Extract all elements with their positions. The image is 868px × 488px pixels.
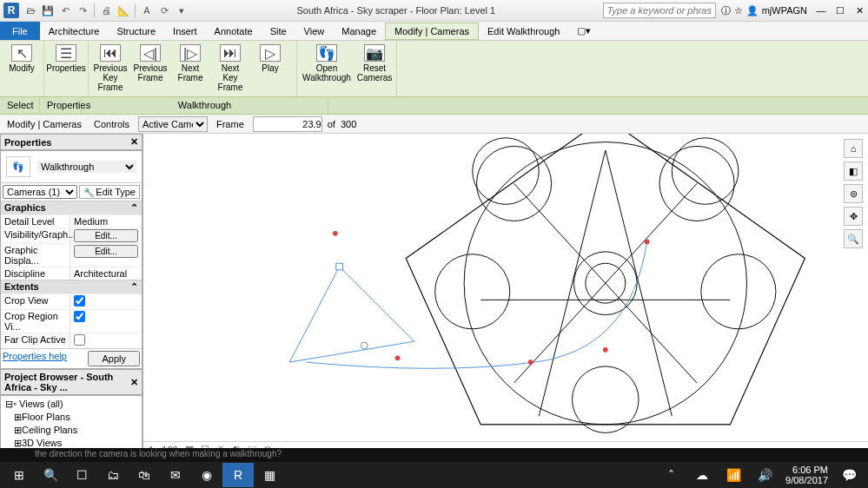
properties-button[interactable]: ☰Properties — [48, 43, 84, 75]
next-keyframe-button[interactable]: ⏭Next Key Frame — [212, 43, 248, 94]
tree-floor-plans[interactable]: ⊞Floor Plans — [3, 411, 140, 424]
tree-views[interactable]: ⊟⸰ Views (all) — [3, 398, 140, 411]
tree-ceiling-plans[interactable]: ⊞Ceiling Plans — [3, 424, 140, 437]
reset-cameras-button[interactable]: 📷Reset Cameras — [356, 43, 393, 84]
prop-discipline[interactable]: DisciplineArchitectural — [1, 267, 142, 280]
tab-site[interactable]: Site — [262, 23, 295, 39]
revit-icon[interactable]: R — [222, 463, 254, 487]
edit-button[interactable]: Edit... — [74, 245, 138, 258]
user-icon[interactable]: 👤 — [746, 5, 759, 16]
svg-point-22 — [645, 240, 650, 245]
floor-plan-drawing — [143, 134, 868, 441]
crop-region-checkbox[interactable] — [74, 311, 85, 322]
properties-icon: ☰ — [56, 44, 76, 62]
category-graphics[interactable]: Graphics⌃ — [1, 201, 142, 214]
tab-insert[interactable]: Insert — [164, 23, 206, 39]
zoom-icon[interactable]: 🔍 — [844, 229, 863, 248]
measure-icon[interactable]: 📐 — [116, 3, 131, 18]
info-icon[interactable]: ⓘ — [721, 4, 731, 17]
app-icon[interactable]: ▦ — [254, 463, 285, 487]
open-walkthrough-button[interactable]: 👣Open Walkthrough — [301, 43, 353, 84]
tray-up-icon[interactable]: ˄ — [655, 463, 686, 487]
crop-view-checkbox[interactable] — [74, 295, 85, 307]
minimize-icon[interactable]: — — [812, 3, 830, 17]
property-grid: Graphics⌃ Detail LevelMedium Visibility/… — [1, 201, 142, 348]
close-icon[interactable]: ✕ — [130, 377, 138, 388]
chrome-icon[interactable]: ◉ — [191, 463, 222, 487]
store-icon[interactable]: 🛍 — [129, 463, 160, 487]
prev-keyframe-button[interactable]: ⏮Previous Key Frame — [92, 43, 129, 94]
undo-icon[interactable]: ↶ — [57, 3, 73, 18]
task-view-icon[interactable]: ☐ — [66, 463, 97, 487]
search-input[interactable] — [603, 3, 716, 18]
apply-button[interactable]: Apply — [88, 351, 140, 366]
edit-button[interactable]: Edit... — [74, 229, 138, 242]
wifi-icon[interactable]: 📶 — [718, 463, 749, 487]
modify-button[interactable]: ↖Modify — [3, 43, 40, 75]
instance-selector[interactable]: Cameras (1) — [3, 185, 77, 199]
svg-line-8 — [606, 150, 673, 416]
footsteps-icon: 👣 — [316, 44, 337, 62]
pan-icon[interactable]: ✥ — [844, 207, 863, 226]
controls-select[interactable]: Active Camera — [138, 116, 208, 132]
tab-modify-cameras[interactable]: Modify | Cameras — [385, 23, 479, 40]
notifications-icon[interactable]: 💬 — [833, 463, 865, 487]
tab-manage[interactable]: Manage — [333, 23, 385, 39]
prop-visibility[interactable]: Visibility/Graph...Edit... — [1, 228, 142, 243]
save-icon[interactable]: 💾 — [40, 3, 56, 18]
cloud-icon[interactable]: ☁ — [686, 463, 718, 487]
file-menu[interactable]: File — [0, 22, 40, 40]
svg-marker-16 — [289, 267, 414, 362]
play-button[interactable]: ▷Play — [252, 43, 288, 75]
close-icon[interactable]: ✕ — [130, 136, 138, 148]
category-extents[interactable]: Extents⌃ — [1, 280, 142, 293]
browser-panel-header[interactable]: Project Browser - South Africa - Sky ...… — [0, 369, 142, 395]
drawing-canvas[interactable]: ⌂ ◧ ⊚ ✥ 🔍 — [143, 134, 868, 441]
prop-crop-region[interactable]: Crop Region Vi... — [1, 309, 142, 333]
text-icon[interactable]: A — [139, 3, 155, 18]
properties-panel-header[interactable]: Properties✕ — [0, 134, 142, 150]
explorer-icon[interactable]: 🗂 — [97, 463, 129, 487]
star-icon[interactable]: ☆ — [734, 5, 743, 16]
mail-icon[interactable]: ✉ — [160, 463, 191, 487]
title-bar: R 🗁 💾 ↶ ↷ 🖨 📐 A ⟳ ▾ South Africa - Sky s… — [0, 0, 868, 22]
ribbon-group-walkthrough: ⏮Previous Key Frame ◁|Previous Frame |▷N… — [89, 41, 297, 96]
start-button[interactable]: ⊞ — [3, 463, 35, 487]
tab-architecture[interactable]: Architecture — [40, 23, 109, 39]
tab-edit-walkthrough[interactable]: Edit Walkthrough — [479, 23, 568, 39]
edit-type-button[interactable]: 🔧 Edit Type — [79, 185, 140, 199]
viewcube-icon[interactable]: ◧ — [844, 162, 863, 181]
next-frame-button[interactable]: |▷Next Frame — [172, 43, 209, 84]
print-icon[interactable]: 🖨 — [98, 3, 114, 18]
type-selector[interactable]: Walkthrough — [37, 161, 136, 173]
ribbon-group-camera: 👣Open Walkthrough 📷Reset Cameras — [297, 41, 397, 96]
maximize-icon[interactable]: ☐ — [832, 3, 849, 17]
sync-icon[interactable]: ⟳ — [156, 3, 172, 18]
tab-annotate[interactable]: Annotate — [206, 23, 262, 39]
prop-far-clip[interactable]: Far Clip Active — [1, 333, 142, 348]
tab-view[interactable]: View — [295, 23, 334, 39]
redo-icon[interactable]: ↷ — [75, 3, 90, 18]
home-icon[interactable]: ⌂ — [844, 139, 863, 158]
menu-bar: File Architecture Structure Insert Annot… — [0, 22, 868, 41]
prop-crop-view[interactable]: Crop View — [1, 293, 142, 309]
settings-icon[interactable]: ▾ — [174, 3, 189, 18]
nav-wheel-icon[interactable]: ⊚ — [844, 184, 863, 203]
prop-detail-level[interactable]: Detail LevelMedium — [1, 214, 142, 228]
panel-label-properties: Properties — [40, 97, 82, 114]
tab-overflow[interactable]: ▢▾ — [568, 23, 600, 39]
open-icon[interactable]: 🗁 — [23, 3, 38, 18]
search-icon[interactable]: 🔍 — [35, 463, 66, 487]
prop-graphic-display[interactable]: Graphic Displa...Edit... — [1, 243, 142, 267]
tab-structure[interactable]: Structure — [108, 23, 164, 39]
svg-rect-17 — [336, 263, 343, 270]
close-icon[interactable]: ✕ — [851, 3, 868, 17]
frame-input[interactable] — [253, 116, 322, 132]
play-icon: ▷ — [260, 44, 281, 62]
options-bar: Modify | Cameras Controls Active Camera … — [0, 115, 868, 134]
properties-help-link[interactable]: Properties help — [3, 351, 67, 366]
system-clock[interactable]: 6:06 PM9/08/2017 — [780, 465, 833, 485]
prev-frame-button[interactable]: ◁|Previous Frame — [132, 43, 169, 84]
far-clip-checkbox[interactable] — [74, 334, 85, 346]
volume-icon[interactable]: 🔊 — [749, 463, 780, 487]
